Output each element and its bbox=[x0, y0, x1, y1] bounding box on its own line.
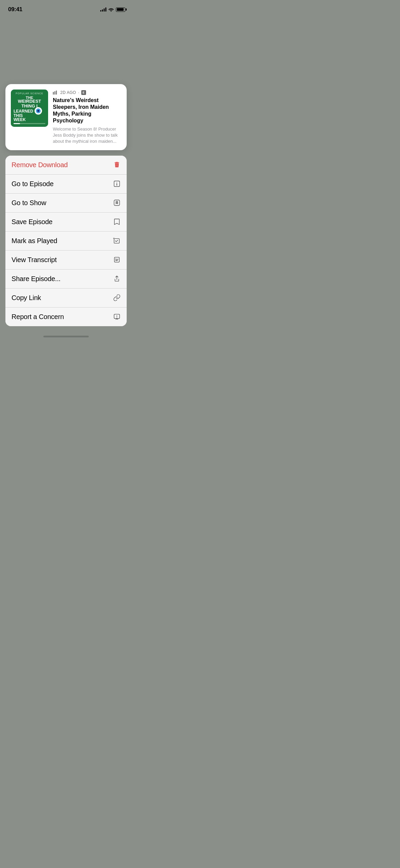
menu-label-save-episode: Save Episode bbox=[12, 218, 52, 226]
svg-text:i: i bbox=[116, 182, 118, 186]
svg-rect-1 bbox=[55, 91, 56, 95]
artwork-title-week: WEEK bbox=[14, 117, 26, 122]
artwork-progress-bar bbox=[14, 123, 45, 124]
battery-icon bbox=[116, 7, 125, 12]
signal-icon bbox=[100, 7, 106, 12]
artwork-show-name: POPULAR SCIENCE bbox=[11, 92, 48, 95]
home-indicator bbox=[0, 333, 132, 341]
podcast-icon bbox=[113, 199, 121, 206]
menu-label-view-transcript: View Transcript bbox=[12, 256, 57, 264]
episode-artwork: POPULAR SCIENCE THE WEIRDEST THING I LEA… bbox=[11, 90, 48, 127]
exclamation-bubble-icon bbox=[113, 313, 121, 320]
episode-card: POPULAR SCIENCE THE WEIRDEST THING I LEA… bbox=[5, 84, 127, 150]
menu-item-mark-as-played[interactable]: Mark as Played bbox=[5, 232, 127, 251]
menu-item-remove-download[interactable]: Remove Download bbox=[5, 156, 127, 175]
menu-item-view-transcript[interactable]: View Transcript bbox=[5, 251, 127, 270]
episode-description: Welcome to Season 8! Producer Jess Boddy… bbox=[53, 126, 121, 145]
menu-label-go-to-show: Go to Show bbox=[12, 199, 46, 207]
menu-label-go-to-episode: Go to Episode bbox=[12, 180, 54, 188]
episode-age: 2D AGO bbox=[60, 90, 76, 95]
trash-icon bbox=[113, 161, 121, 169]
episode-meta: 2D AGO · E bbox=[53, 90, 121, 95]
home-bar bbox=[43, 336, 89, 337]
menu-label-mark-as-played: Mark as Played bbox=[12, 237, 57, 245]
action-menu: Remove Download Go to Episode i Go to Sh… bbox=[5, 156, 127, 326]
main-content: POPULAR SCIENCE THE WEIRDEST THING I LEA… bbox=[0, 84, 132, 326]
menu-label-copy-link: Copy Link bbox=[12, 294, 41, 302]
svg-point-7 bbox=[117, 202, 117, 202]
transcript-icon bbox=[113, 256, 121, 263]
link-icon bbox=[113, 294, 121, 301]
menu-item-save-episode[interactable]: Save Episode bbox=[5, 213, 127, 232]
status-bar: 09:41 bbox=[0, 0, 132, 16]
episode-info: 2D AGO · E Nature's Weirdest Sleepers, I… bbox=[53, 90, 121, 145]
status-icons bbox=[100, 7, 125, 12]
menu-item-copy-link[interactable]: Copy Link bbox=[5, 289, 127, 308]
bars-icon bbox=[53, 91, 58, 95]
menu-label-report-concern: Report a Concern bbox=[12, 313, 64, 321]
menu-item-share-episode[interactable]: Share Episode... bbox=[5, 270, 127, 289]
svg-rect-0 bbox=[53, 92, 54, 95]
artwork-eye bbox=[35, 107, 42, 115]
menu-item-go-to-episode[interactable]: Go to Episode i bbox=[5, 175, 127, 194]
menu-label-remove-download: Remove Download bbox=[12, 161, 68, 169]
svg-rect-5 bbox=[114, 200, 120, 206]
info-icon: i bbox=[113, 180, 121, 188]
menu-item-report-concern[interactable]: Report a Concern bbox=[5, 308, 127, 326]
status-time: 09:41 bbox=[8, 6, 22, 13]
checkmark-square-icon bbox=[113, 237, 121, 244]
svg-rect-2 bbox=[56, 91, 57, 95]
menu-label-share-episode: Share Episode... bbox=[12, 275, 61, 283]
bookmark-icon bbox=[113, 218, 121, 225]
episode-dot: · bbox=[78, 90, 79, 95]
artwork-title-thing: THING I bbox=[11, 103, 48, 108]
svg-point-10 bbox=[118, 258, 118, 259]
menu-item-go-to-show[interactable]: Go to Show bbox=[5, 194, 127, 213]
wifi-icon bbox=[108, 7, 114, 12]
episode-explicit-badge: E bbox=[81, 90, 86, 95]
share-icon bbox=[113, 275, 121, 282]
episode-title: Nature's Weirdest Sleepers, Iron Maiden … bbox=[53, 97, 121, 124]
